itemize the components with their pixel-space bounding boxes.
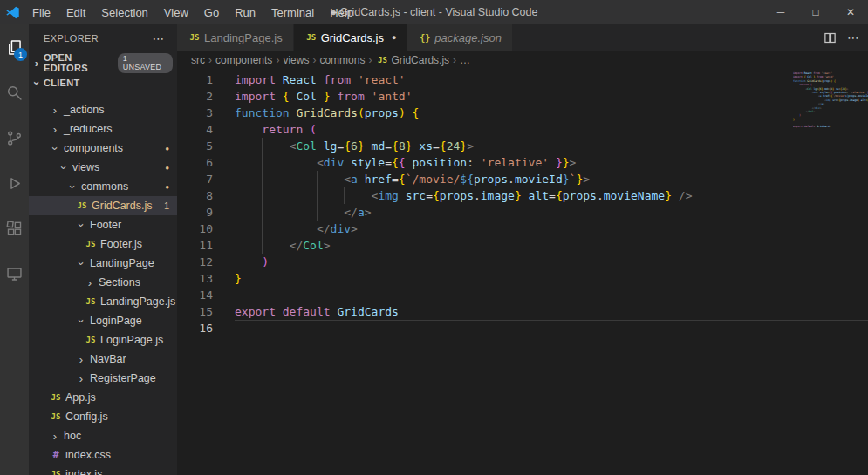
token: export bbox=[235, 305, 276, 318]
source-control-icon[interactable] bbox=[0, 115, 29, 160]
chevron-right-icon: › bbox=[84, 277, 96, 288]
maximize-button[interactable]: □ bbox=[798, 0, 833, 24]
tree-item-label: Sections bbox=[99, 276, 140, 288]
token: = bbox=[426, 189, 433, 202]
token bbox=[358, 173, 365, 186]
tree-folder-loginpage[interactable]: ›LoginPage bbox=[29, 311, 177, 330]
breadcrumb-item-views[interactable]: views bbox=[283, 54, 309, 66]
token: ( bbox=[310, 123, 317, 136]
more-actions-icon[interactable]: ⋯ bbox=[847, 31, 859, 44]
tree-item-label: _actions bbox=[64, 104, 105, 116]
tree-file-index-js[interactable]: JSindex.js bbox=[29, 465, 177, 475]
line-content: ) bbox=[235, 254, 868, 270]
line-number: 15 bbox=[177, 303, 213, 320]
split-editor-icon[interactable] bbox=[824, 31, 837, 44]
line-content: export default GridCards bbox=[235, 303, 868, 320]
menu-terminal[interactable]: Terminal bbox=[263, 0, 322, 24]
chevron-down-icon: › bbox=[31, 77, 43, 89]
tree-file-landingpage-js[interactable]: JSLandingPage.js bbox=[29, 292, 177, 311]
tree-item-label: _reducers bbox=[64, 123, 113, 135]
client-section[interactable]: › CLIENT bbox=[29, 73, 177, 92]
tree-file-config-js[interactable]: JSConfig.js bbox=[29, 407, 177, 426]
tree-item-label: Footer.js bbox=[100, 238, 142, 250]
token bbox=[317, 139, 324, 153]
open-editors-section[interactable]: › OPEN EDITORS 1 UNSAVED bbox=[29, 52, 177, 73]
token: function bbox=[235, 106, 290, 119]
token: > bbox=[365, 206, 372, 219]
token: > bbox=[847, 87, 849, 91]
token: { bbox=[344, 139, 351, 153]
run-and-debug-icon[interactable] bbox=[0, 160, 29, 206]
token: import bbox=[235, 90, 276, 103]
tree-folder-views[interactable]: ›views● bbox=[29, 158, 177, 177]
tab-bar: JSLandingPage.jsJSGridCards.js●{}package… bbox=[177, 24, 868, 51]
token bbox=[235, 156, 317, 169]
explorer-icon[interactable]: 1 bbox=[0, 24, 29, 70]
tree-folder-footer[interactable]: ›Footer bbox=[29, 215, 177, 234]
tree-file-index-css[interactable]: #index.css bbox=[29, 445, 177, 465]
tab-gridcards-js[interactable]: JSGridCards.js● bbox=[294, 24, 408, 51]
token: ) bbox=[799, 113, 801, 117]
tree-item-label: App.js bbox=[65, 391, 96, 404]
token: movieId bbox=[515, 173, 563, 186]
line-content: import React from 'react' bbox=[235, 71, 868, 88]
more-actions-icon[interactable]: ⋯ bbox=[147, 31, 170, 45]
breadcrumb-item-components[interactable]: components bbox=[215, 54, 272, 66]
menu-edit[interactable]: Edit bbox=[58, 0, 93, 24]
menu-selection[interactable]: Selection bbox=[93, 0, 155, 24]
breadcrumb-label: GridCards.js bbox=[391, 54, 449, 66]
tree-file-app-js[interactable]: JSApp.js bbox=[29, 388, 177, 407]
tree-folder-hoc[interactable]: ›hoc bbox=[29, 426, 177, 445]
tab-package-json[interactable]: {}package.json bbox=[407, 24, 513, 51]
modified-dot-icon[interactable]: ● bbox=[392, 33, 396, 42]
token: style bbox=[820, 91, 828, 94]
extensions-icon[interactable] bbox=[0, 206, 29, 251]
menu-view[interactable]: View bbox=[156, 0, 196, 24]
menu-run[interactable]: Run bbox=[227, 0, 263, 24]
remote-explorer-icon[interactable] bbox=[0, 251, 29, 296]
tree-folder-commons[interactable]: ›commons● bbox=[29, 177, 177, 196]
token: return bbox=[799, 83, 809, 86]
close-button[interactable]: ✕ bbox=[833, 0, 868, 24]
tree-folder-registerpage[interactable]: ›RegisterPage bbox=[29, 369, 177, 388]
tree-folder-sections[interactable]: ›Sections bbox=[29, 273, 177, 292]
open-editors-label: OPEN EDITORS bbox=[44, 52, 118, 73]
tree-file-footer-js[interactable]: JSFooter.js bbox=[29, 234, 177, 254]
breadcrumb-item-gridcards-js[interactable]: JSGridCards.js bbox=[375, 54, 449, 66]
tab-label: LandingPage.js bbox=[204, 31, 283, 44]
menu-go[interactable]: Go bbox=[196, 0, 227, 24]
breadcrumb-item-src[interactable]: src bbox=[191, 54, 205, 66]
token: img bbox=[378, 189, 398, 202]
tree-item-label: index.js bbox=[65, 468, 102, 475]
token: = bbox=[385, 139, 392, 153]
search-icon[interactable] bbox=[0, 70, 29, 115]
tree-item-label: LandingPage bbox=[90, 257, 154, 269]
token bbox=[793, 102, 818, 105]
line-number: 14 bbox=[177, 287, 213, 303]
editor[interactable]: 1import React from 'react'2import { Col … bbox=[177, 70, 868, 475]
tree-folder-landingpage[interactable]: ›LandingPage bbox=[29, 254, 177, 273]
token bbox=[235, 222, 317, 235]
token: movieId bbox=[858, 94, 868, 98]
unsaved-badge: 1 UNSAVED bbox=[118, 53, 173, 73]
tree-file-gridcards-js[interactable]: JSGridCards.js1 bbox=[29, 196, 177, 215]
tree-folder-actions[interactable]: ›_actions bbox=[29, 100, 177, 119]
token: lg bbox=[324, 139, 338, 153]
modified-dot-icon: ● bbox=[165, 183, 169, 191]
breadcrumb-item-[interactable]: … bbox=[460, 54, 470, 66]
menu-help[interactable]: Help bbox=[322, 0, 361, 24]
tab-landingpage-js[interactable]: JSLandingPage.js bbox=[177, 24, 294, 51]
token: = bbox=[392, 173, 399, 186]
breadcrumb-item-commons[interactable]: commons bbox=[319, 54, 365, 66]
token: a bbox=[358, 206, 365, 219]
minimap[interactable]: import React from 'react'import { Col } … bbox=[788, 71, 868, 132]
tree-item-label: components bbox=[64, 142, 123, 154]
token: = bbox=[385, 156, 392, 169]
tree-folder-components[interactable]: ›components● bbox=[29, 139, 177, 158]
line-number: 4 bbox=[177, 121, 213, 138]
tree-folder-navbar[interactable]: ›NavBar bbox=[29, 349, 177, 369]
tree-folder-reducers[interactable]: ›_reducers bbox=[29, 119, 177, 139]
menu-file[interactable]: File bbox=[24, 0, 58, 24]
tree-file-loginpage-js[interactable]: JSLoginPage.js bbox=[29, 330, 177, 349]
minimize-button[interactable]: ─ bbox=[763, 0, 798, 24]
